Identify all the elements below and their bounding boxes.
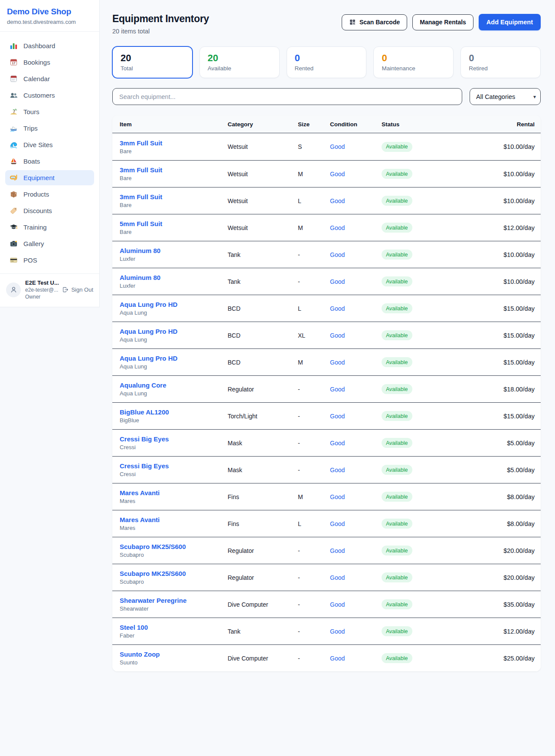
condition-link[interactable]: Good <box>330 143 382 150</box>
rental-price: $10.00/day <box>473 197 535 204</box>
status-cell: Available <box>382 142 473 152</box>
item-name-link[interactable]: Cressi Big Eyes <box>120 435 228 443</box>
sidebar-item-icon <box>10 141 18 149</box>
item-name-link[interactable]: Suunto Zoop <box>120 651 228 658</box>
sidebar-item[interactable]: Dashboard <box>5 38 94 53</box>
status-cell: Available <box>382 465 473 475</box>
item-name-link[interactable]: Cressi Big Eyes <box>120 462 228 470</box>
item-name-link[interactable]: Aqua Lung Pro HD <box>120 355 228 362</box>
stat-card[interactable]: 20 Total <box>112 46 193 78</box>
sidebar-item[interactable]: Tours <box>5 104 94 119</box>
item-cell: Cressi Big Eyes Cressi <box>120 462 228 477</box>
sidebar-item[interactable]: Training <box>5 220 94 235</box>
sidebar-item[interactable]: 17 Bookings <box>5 55 94 70</box>
stat-card[interactable]: 0 Retired <box>460 46 541 78</box>
sidebar-item[interactable]: Dive Sites <box>5 137 94 152</box>
condition-link[interactable]: Good <box>330 467 382 473</box>
sidebar-item[interactable]: Boats <box>5 154 94 169</box>
manage-rentals-button[interactable]: Manage Rentals <box>412 14 473 30</box>
sidebar-item[interactable]: Products <box>5 187 94 202</box>
condition-link[interactable]: Good <box>330 359 382 366</box>
item-name-link[interactable]: Scubapro MK25/S600 <box>120 543 228 550</box>
sidebar-item-label: Tours <box>23 108 39 115</box>
condition-link[interactable]: Good <box>330 547 382 554</box>
sidebar-item[interactable]: Customers <box>5 88 94 103</box>
search-input[interactable] <box>112 88 462 105</box>
item-name-link[interactable]: Aqua Lung Pro HD <box>120 301 228 308</box>
table-row: Aqua Lung Pro HD Aqua Lung BCD XL Good A… <box>112 322 541 348</box>
item-brand: Bare <box>120 175 228 181</box>
condition-link[interactable]: Good <box>330 440 382 447</box>
condition-link[interactable]: Good <box>330 224 382 231</box>
condition-link[interactable]: Good <box>330 251 382 258</box>
stat-card[interactable]: 0 Rented <box>287 46 367 78</box>
sidebar-item-label: Products <box>23 191 49 198</box>
item-cell: BigBlue AL1200 BigBlue <box>120 408 228 424</box>
rental-price: $10.00/day <box>473 278 535 285</box>
condition-link[interactable]: Good <box>330 520 382 527</box>
item-name-link[interactable]: 3mm Full Suit <box>120 139 228 147</box>
item-name-link[interactable]: Mares Avanti <box>120 516 228 523</box>
category-cell: Tank <box>228 628 298 635</box>
sidebar-item[interactable]: Trips <box>5 121 94 136</box>
item-name-link[interactable]: Aluminum 80 <box>120 274 228 281</box>
stat-card[interactable]: 20 Available <box>199 46 280 78</box>
rental-price: $5.00/day <box>473 440 535 447</box>
size-cell: M <box>298 359 330 366</box>
sidebar-item[interactable]: Equipment <box>5 170 94 185</box>
condition-link[interactable]: Good <box>330 197 382 204</box>
item-name-link[interactable]: Mares Avanti <box>120 489 228 496</box>
condition-link[interactable]: Good <box>330 278 382 285</box>
condition-link[interactable]: Good <box>330 493 382 500</box>
condition-link[interactable]: Good <box>330 413 382 420</box>
item-cell: Aluminum 80 Luxfer <box>120 247 228 262</box>
item-name-link[interactable]: Scubapro MK25/S600 <box>120 570 228 577</box>
sidebar-item-label: Trips <box>23 125 38 132</box>
item-name-link[interactable]: 3mm Full Suit <box>120 166 228 174</box>
item-name-link[interactable]: 5mm Full Suit <box>120 220 228 227</box>
condition-link[interactable]: Good <box>330 574 382 581</box>
add-equipment-button[interactable]: Add Equipment <box>479 14 541 30</box>
item-name-link[interactable]: Aluminum 80 <box>120 247 228 254</box>
sidebar-item[interactable]: Calendar <box>5 71 94 86</box>
item-name-link[interactable]: Shearwater Peregrine <box>120 597 228 604</box>
category-select[interactable]: All Categories <box>470 88 541 105</box>
condition-link[interactable]: Good <box>330 332 382 339</box>
item-name-link[interactable]: BigBlue AL1200 <box>120 408 228 416</box>
status-badge: Available <box>382 519 412 529</box>
sidebar-item-icon <box>10 42 18 50</box>
status-badge: Available <box>382 223 412 233</box>
item-name-link[interactable]: Aqua Lung Pro HD <box>120 328 228 335</box>
item-brand: Bare <box>120 202 228 208</box>
status-cell: Available <box>382 411 473 421</box>
category-cell: Mask <box>228 440 298 447</box>
sign-out-label: Sign Out <box>71 286 93 293</box>
sign-out-button[interactable]: Sign Out <box>62 286 93 293</box>
condition-link[interactable]: Good <box>330 171 382 177</box>
item-cell: Steel 100 Faber <box>120 624 228 639</box>
user-meta: E2E Test U... e2e-tester@... Owner <box>25 279 58 300</box>
category-cell: Regulator <box>228 386 298 393</box>
item-name-link[interactable]: Steel 100 <box>120 624 228 631</box>
item-name-link[interactable]: Aqualung Core <box>120 381 228 389</box>
item-brand: Scubapro <box>120 552 228 558</box>
status-cell: Available <box>382 599 473 609</box>
item-name-link[interactable]: 3mm Full Suit <box>120 193 228 201</box>
sidebar-item[interactable]: Gallery <box>5 236 94 251</box>
scan-barcode-button[interactable]: Scan Barcode <box>342 14 407 30</box>
condition-link[interactable]: Good <box>330 305 382 312</box>
condition-link[interactable]: Good <box>330 655 382 662</box>
item-brand: Luxfer <box>120 283 228 289</box>
item-cell: Suunto Zoop Suunto <box>120 651 228 666</box>
stat-card[interactable]: 0 Maintenance <box>373 46 454 78</box>
condition-link[interactable]: Good <box>330 628 382 635</box>
sidebar-item[interactable]: POS <box>5 253 94 268</box>
table-row: Scubapro MK25/S600 Scubapro Regulator - … <box>112 564 541 591</box>
condition-link[interactable]: Good <box>330 386 382 393</box>
condition-link[interactable]: Good <box>330 601 382 608</box>
sidebar-item[interactable]: Discounts <box>5 203 94 218</box>
status-cell: Available <box>382 438 473 448</box>
category-cell: Dive Computer <box>228 601 298 608</box>
status-cell: Available <box>382 169 473 179</box>
table-row: BigBlue AL1200 BigBlue Torch/Light - Goo… <box>112 402 541 429</box>
